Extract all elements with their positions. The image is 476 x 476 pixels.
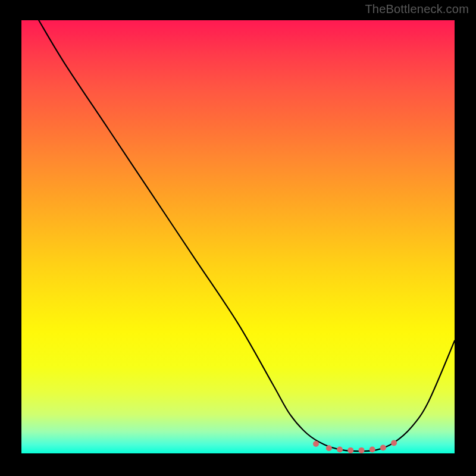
marker-dot <box>369 446 375 452</box>
marker-dot <box>391 440 397 446</box>
marker-dot <box>347 447 353 453</box>
marker-dot <box>337 446 343 452</box>
marker-dot <box>380 445 386 451</box>
marker-dot <box>358 447 364 453</box>
marker-dot <box>313 441 319 447</box>
chart-container: TheBottleneck.com <box>0 0 476 476</box>
plot-area <box>21 20 455 453</box>
chart-svg <box>21 20 455 453</box>
bottleneck-curve <box>39 20 455 451</box>
bottleneck-dots <box>313 440 397 453</box>
attribution-text: TheBottleneck.com <box>365 2 469 16</box>
marker-dot <box>326 445 332 451</box>
